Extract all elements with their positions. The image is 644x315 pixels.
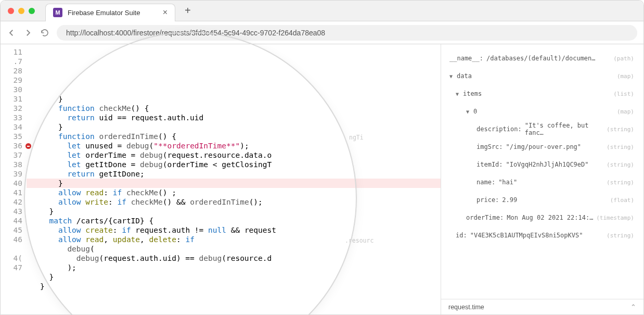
new-tab-button[interactable]: + — [185, 5, 191, 17]
line-number: 40 — [1, 179, 22, 188]
line-number: 11 — [1, 47, 22, 57]
code-line: allow read, update, delete: if — [27, 235, 441, 244]
line-number: 35 — [1, 132, 22, 141]
line-number: 42 — [1, 197, 22, 207]
line-number: 34 — [1, 122, 22, 132]
chevron-down-icon: ▼ — [466, 109, 473, 115]
content-area: 11.7282930313233343536373839404142434445… — [1, 44, 643, 314]
code-line: function checkMe() { — [27, 104, 441, 113]
code-line: debug( — [27, 244, 441, 254]
close-window-button[interactable] — [8, 8, 14, 14]
order-time-row: orderTime: Mon Aug 02 2021 22:14:46 GM… … — [444, 209, 640, 226]
code-line: return getItDone; — [27, 169, 441, 179]
code-line: } — [27, 282, 441, 291]
line-number: 29 — [1, 75, 22, 85]
tab-title: Firebase Emulator Suite — [68, 9, 158, 17]
code-line: function orderedInTime() { — [27, 132, 441, 141]
code-line: let unused = debug("**orderedInTime**"); — [27, 141, 441, 150]
back-icon[interactable] — [7, 28, 16, 37]
line-number: 43 — [1, 207, 22, 216]
code-line — [27, 291, 441, 300]
line-number: 47 — [1, 263, 22, 272]
line-number: 30 — [1, 85, 22, 94]
chevron-up-icon: ⌃ — [630, 303, 636, 311]
code-line: } — [27, 272, 441, 282]
line-number: 28 — [1, 66, 22, 75]
line-number: 4( — [1, 254, 22, 263]
line-number: 46 — [1, 235, 22, 244]
line-number: 41 — [1, 188, 22, 197]
chevron-down-icon: ▼ — [456, 91, 463, 97]
code-line: } — [27, 207, 441, 216]
line-number: 38 — [1, 160, 22, 169]
field-row: itemId:"IoVgqH2nhJljAh1QC9eD"(string) — [444, 156, 640, 173]
line-number: 45 — [1, 225, 22, 235]
truncated-code-ghost: ngTi — [349, 133, 364, 142]
code-line: } — [27, 122, 441, 132]
line-number: 39 — [1, 169, 22, 179]
toolbar — [1, 21, 643, 44]
code-line: allow create: if request.auth != null &&… — [27, 225, 441, 235]
minimize-window-button[interactable] — [18, 8, 24, 14]
firebase-favicon-icon: M — [53, 8, 62, 17]
name-row: __name__: /databases/(default)/documents… — [444, 49, 640, 67]
line-number: 32 — [1, 104, 22, 113]
code-line: ); — [27, 263, 441, 272]
rules-code-editor[interactable]: 11.7282930313233343536373839404142434445… — [1, 44, 441, 314]
data-row[interactable]: ▼ data (map) — [444, 67, 640, 85]
code-line: allow write: if checkMe() && orderedInTi… — [27, 197, 441, 207]
request-time-accordion[interactable]: request.time ⌃ — [441, 299, 643, 314]
code-line: let getItDone = debug(orderTime < getClo… — [27, 160, 441, 169]
item-index-row[interactable]: ▼ 0 (map) — [444, 103, 640, 120]
code-line: } — [27, 94, 441, 104]
field-row: description:"It's coffee, but fanc…(stri… — [444, 120, 640, 138]
items-row[interactable]: ▼ items (list) — [444, 85, 640, 103]
code-line — [27, 300, 441, 310]
maximize-window-button[interactable] — [29, 8, 35, 14]
url-input[interactable] — [57, 25, 637, 41]
data-tree[interactable]: __name__: /databases/(default)/documents… — [441, 44, 643, 299]
line-number: .7 — [1, 57, 22, 66]
chevron-down-icon: ▼ — [449, 73, 457, 79]
code-line — [27, 85, 441, 94]
line-number: 44 — [1, 216, 22, 225]
line-number: 33 — [1, 113, 22, 122]
close-tab-icon[interactable]: × — [163, 8, 168, 17]
line-number: 37 — [1, 150, 22, 160]
field-row: price:2.99(float) — [444, 191, 640, 209]
request-inspector: __name__: /databases/(default)/documents… — [441, 44, 643, 314]
line-number: 36 — [1, 141, 22, 150]
code-body: ngTi .resourc } function checkMe() { ret… — [27, 44, 441, 314]
code-line: return uid == request.auth.uid — [27, 113, 441, 122]
code-line: match /carts/{cartID} { — [27, 216, 441, 225]
code-line: allow read: if checkMe() ; — [27, 188, 441, 197]
forward-icon[interactable] — [23, 28, 33, 37]
code-line: debug(request.auth.uid) == debug(resourc… — [27, 254, 441, 263]
accordion-label: request.time — [448, 304, 484, 311]
line-number-gutter: 11.7282930313233343536373839404142434445… — [1, 44, 27, 314]
field-row: imgSrc:"/img/pour-over.png"(string) — [444, 138, 640, 156]
truncated-code-ghost: .resourc — [345, 236, 373, 245]
traffic-lights — [8, 8, 35, 14]
browser-tab[interactable]: M Firebase Emulator Suite × — [45, 4, 175, 21]
line-number: 31 — [1, 94, 22, 104]
line-number — [1, 244, 22, 254]
browser-window: M Firebase Emulator Suite × + 11.7282930… — [0, 0, 644, 315]
reload-icon[interactable] — [40, 28, 49, 37]
field-row: name:"hai"(string) — [444, 173, 640, 191]
code-line: } — [27, 179, 441, 188]
code-line: let orderTime = debug(request.resource.d… — [27, 150, 441, 160]
titlebar: M Firebase Emulator Suite × + — [1, 1, 643, 21]
id-row: id: "V4E3K5cB1AUTMpqEIvS8ni5opKVS" (stri… — [444, 226, 640, 244]
